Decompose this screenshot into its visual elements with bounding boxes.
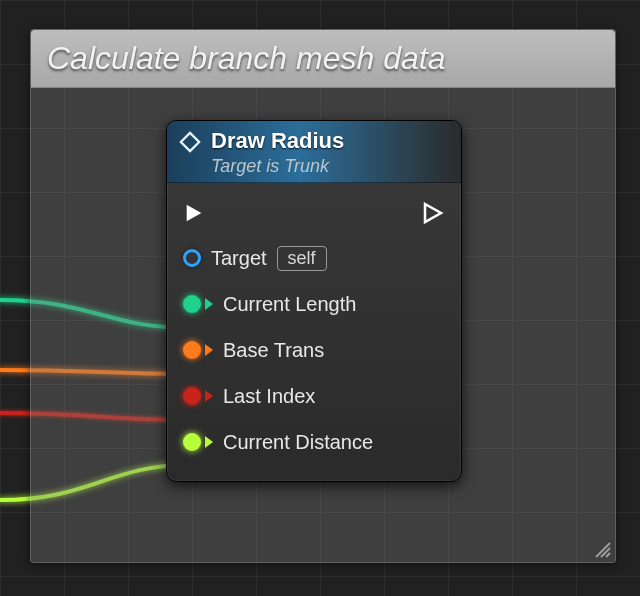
node-title-block: Draw Radius Target is Trunk (211, 128, 344, 177)
node-title: Draw Radius (211, 128, 344, 154)
float-pin-icon[interactable] (183, 295, 201, 313)
node-subtitle: Target is Trunk (211, 156, 344, 177)
pin-label: Last Index (223, 385, 315, 408)
pin-arrow-icon (205, 436, 213, 448)
exec-row (181, 195, 447, 235)
input-pin-base-trans[interactable]: Base Trans (181, 327, 447, 373)
target-input-pin-row[interactable]: Target self (181, 235, 447, 281)
svg-marker-3 (181, 133, 199, 151)
svg-marker-5 (425, 204, 441, 222)
pin-arrow-icon (205, 344, 213, 356)
pin-arrow-icon (205, 390, 213, 402)
input-pin-current-length[interactable]: Current Length (181, 281, 447, 327)
pin-label-target: Target (211, 247, 267, 270)
svg-marker-4 (187, 205, 202, 222)
comment-title-text: Calculate branch mesh data (47, 40, 445, 77)
pin-label: Base Trans (223, 339, 324, 362)
input-pin-last-index[interactable]: Last Index (181, 373, 447, 419)
pin-label: Current Length (223, 293, 356, 316)
input-pin-current-distance[interactable]: Current Distance (181, 419, 447, 465)
int-pin-icon[interactable] (183, 387, 201, 405)
node-header[interactable]: Draw Radius Target is Trunk (167, 121, 461, 183)
node-body: Target self Current Length Base Trans La… (167, 183, 461, 481)
object-pin-icon[interactable] (183, 249, 201, 267)
float-pin-icon[interactable] (183, 433, 201, 451)
exec-input-pin[interactable] (183, 202, 205, 228)
comment-title[interactable]: Calculate branch mesh data (31, 30, 615, 88)
svg-line-2 (606, 553, 610, 557)
pin-arrow-icon (205, 298, 213, 310)
function-icon (179, 131, 201, 153)
exec-output-pin[interactable] (421, 201, 445, 229)
pin-label: Current Distance (223, 431, 373, 454)
resize-grip-icon[interactable] (593, 540, 611, 558)
target-self-value[interactable]: self (277, 246, 327, 271)
function-node-draw-radius[interactable]: Draw Radius Target is Trunk Target self … (166, 120, 462, 482)
transform-pin-icon[interactable] (183, 341, 201, 359)
